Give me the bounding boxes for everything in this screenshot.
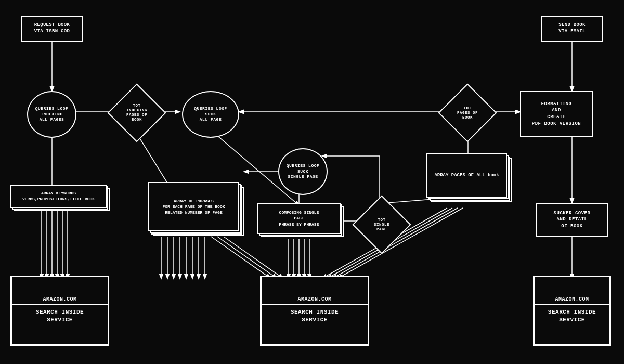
svg-line-21 — [224, 237, 283, 278]
tot-single-page-diamond: TOTSINGLEPAGE — [361, 204, 402, 245]
svg-line-20 — [217, 237, 277, 278]
tot-pages-book-diamond: TOTPAGES OFBOOK — [446, 92, 489, 134]
send-book-node: SEND BOOK VIA EMAIL — [541, 16, 603, 42]
formatting-node: FORMATTINGANDCREATEPDF BOOK VERSION — [520, 91, 593, 137]
array-pages-all-node: ARRAY PAGES OF ALL book — [426, 153, 507, 198]
svg-line-19 — [211, 237, 270, 278]
array-phrases-node: ARRAY OF PHRASESFOR EACH PAGE OF THE BOO… — [148, 182, 239, 231]
svg-line-10 — [136, 133, 172, 190]
request-book-node: REQUEST BOOK VIA ISBN COD — [21, 16, 83, 42]
queries-loop-indexing-node: QUERIES LOOP INDEXING ALL PAGES — [27, 91, 76, 138]
queries-loop-suck-all-node: QUERIES LOOP SUCK ALL PAGE — [182, 91, 239, 138]
amazon-service-2: AMAZON.COM SEARCH INSIDESERVICE — [260, 276, 369, 346]
amazon-service-1: AMAZON.COM SEARCH INSIDESERVICE — [10, 276, 109, 346]
queries-loop-suck-single-node: QUERIES LOOP SUCK SINGLE PAGE — [278, 148, 328, 195]
flowchart-diagram: REQUEST BOOK VIA ISBN COD SEND BOOK VIA … — [0, 0, 624, 364]
amazon-service-3: AMAZON.COM SEARCH INSIDESERVICE — [533, 276, 611, 346]
tot-indexing-diamond: TOTINDEXINGPAGES OFBOOK — [115, 92, 158, 134]
composing-single-page-node: COMPOSING SINGLEPAGEPHRASE BY PHRASE — [257, 203, 341, 234]
sucker-cover-node: SUCKER COVERAND DETAILOF BOOK — [536, 203, 608, 237]
array-keywords-node: ARRAY KEYWORDSVERBS,PROPOSITIONS,TITLE B… — [10, 185, 107, 208]
